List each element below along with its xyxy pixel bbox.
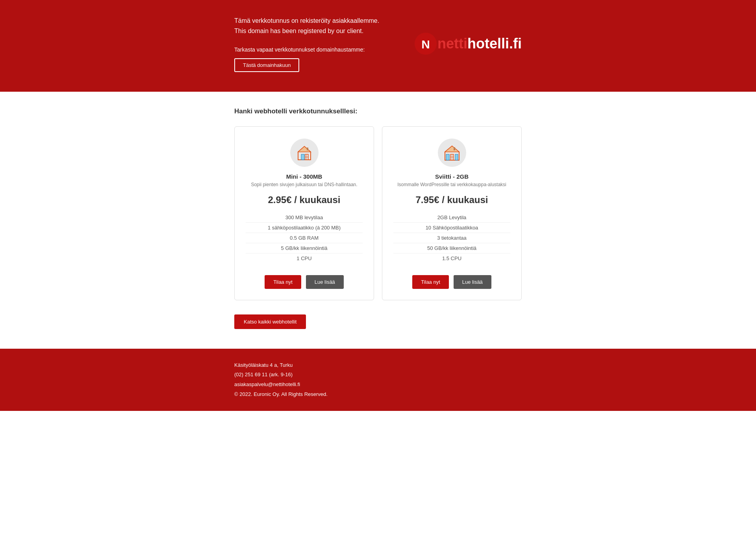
feature-item: 50 GB/kk liikennöintiä: [393, 243, 510, 253]
house-large-icon: [443, 144, 461, 161]
footer-copyright: © 2022. Euronic Oy. All Rights Reserved.: [234, 390, 522, 399]
footer: Käsityöläiskatu 4 a, Turku (02) 251 69 1…: [0, 349, 756, 411]
sviitti-order-button[interactable]: Tilaa nyt: [412, 275, 449, 289]
card-sviitti-tagline: Isommalle WordPressille tai verkkokauppa…: [393, 182, 510, 187]
svg-rect-11: [446, 154, 449, 160]
svg-rect-4: [301, 154, 304, 160]
footer-email-link[interactable]: asiakaspalvelu@nettihotelli.fi: [234, 381, 300, 387]
hero-line1: Tämä verkkotunnus on rekisteröity asiakk…: [234, 16, 414, 26]
card-sviitti-name: Sviitti - 2GB: [393, 173, 510, 180]
footer-phone: (02) 251 69 11 (ark. 9-16): [234, 370, 522, 380]
domain-search-button[interactable]: Tästä domainhakuun: [234, 58, 299, 72]
all-webhotels-wrap: Katso kaikki webhotellit: [234, 314, 522, 329]
feature-item: 3 tietokantaa: [393, 233, 510, 243]
card-mini-price: 2.95€ / kuukausi: [246, 194, 363, 205]
logo-icon: N: [414, 32, 437, 55]
card-sviitti: Sviitti - 2GB Isommalle WordPressille ta…: [382, 126, 522, 300]
card-sviitti-price: 7.95€ / kuukausi: [393, 194, 510, 205]
feature-item: 5 GB/kk liikennöintiä: [246, 243, 363, 253]
card-mini-buttons: Tilaa nyt Lue lisää: [246, 275, 363, 289]
mini-more-button[interactable]: Lue lisää: [306, 275, 344, 289]
logo-white: hotelli.fi: [467, 35, 522, 52]
feature-item: 1 sähköpostilaatikko (á 200 MB): [246, 223, 363, 233]
logo-text: nettihotelli.fi: [437, 35, 522, 52]
svg-marker-3: [298, 146, 311, 152]
card-sviitti-icon-wrap: [438, 139, 466, 167]
cards-row: Mini - 300MB Sopii pienten sivujen julka…: [234, 126, 522, 300]
card-mini-name: Mini - 300MB: [246, 173, 363, 180]
feature-item: 1.5 CPU: [393, 253, 510, 263]
footer-address: Käsityöläiskatu 4 a, Turku: [234, 361, 522, 370]
hero-text: Tämä verkkotunnus on rekisteröity asiakk…: [234, 16, 414, 72]
sviitti-more-button[interactable]: Lue lisää: [454, 275, 491, 289]
section-title: Hanki webhotelli verkkotunnukselllesi:: [234, 107, 522, 115]
card-sviitti-buttons: Tilaa nyt Lue lisää: [393, 275, 510, 289]
feature-item: 2GB Levytila: [393, 213, 510, 223]
card-mini-tagline: Sopii pienten sivujen julkaisuun tai DNS…: [246, 182, 363, 187]
logo-colored: netti: [437, 35, 467, 52]
house-icon: [296, 144, 313, 161]
card-mini: Mini - 300MB Sopii pienten sivujen julka…: [234, 126, 374, 300]
mini-order-button[interactable]: Tilaa nyt: [265, 275, 301, 289]
feature-item: 300 MB levytilaa: [246, 213, 363, 223]
svg-rect-15: [455, 154, 458, 160]
footer-email: asiakaspalvelu@nettihotelli.fi: [234, 380, 522, 390]
feature-item: 1 CPU: [246, 253, 363, 263]
svg-marker-10: [445, 146, 459, 152]
main-content: Hanki webhotelli verkkotunnukselllesi:: [0, 92, 756, 349]
feature-item: 0.5 GB RAM: [246, 233, 363, 243]
logo: N nettihotelli.fi: [414, 32, 522, 55]
feature-item: 10 Sähköpostilaatikkoa: [393, 223, 510, 233]
svg-text:N: N: [421, 38, 430, 51]
hero-line2: This domain has been registered by our c…: [234, 26, 414, 36]
all-webhotels-button[interactable]: Katso kaikki webhotellit: [234, 314, 306, 329]
svg-rect-8: [307, 148, 308, 150]
card-mini-icon-wrap: [290, 139, 319, 167]
svg-rect-16: [454, 147, 455, 150]
card-mini-features: 300 MB levytilaa 1 sähköpostilaatikko (á…: [246, 213, 363, 263]
card-sviitti-features: 2GB Levytila 10 Sähköpostilaatikkoa 3 ti…: [393, 213, 510, 263]
domain-search-label: Tarkasta vapaat verkkotunnukset domainha…: [234, 45, 365, 54]
hero-section: Tämä verkkotunnus on rekisteröity asiakk…: [0, 0, 756, 92]
